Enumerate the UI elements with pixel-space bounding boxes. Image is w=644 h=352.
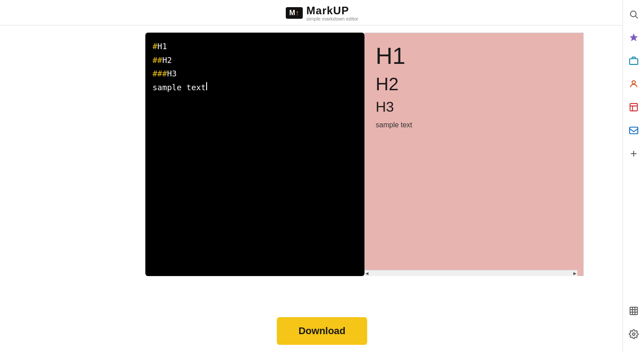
preview-p: sample text bbox=[376, 121, 564, 129]
settings-icon[interactable] bbox=[627, 327, 641, 341]
logo-box: M↑ bbox=[286, 7, 303, 19]
editor-h2-text: H2 bbox=[162, 54, 172, 67]
preview-h2: H2 bbox=[376, 73, 564, 95]
svg-rect-9 bbox=[630, 307, 637, 315]
logo-title: MarkUP bbox=[306, 4, 358, 17]
svg-point-14 bbox=[632, 333, 635, 335]
hash-h1: # bbox=[153, 40, 157, 54]
preview-pane: H1 H2 H3 sample text bbox=[364, 33, 584, 276]
logo-arrow: ↑ bbox=[296, 9, 300, 17]
editor-line-h3: ### H3 bbox=[153, 67, 357, 81]
outlook-icon[interactable] bbox=[627, 123, 641, 138]
svg-rect-6 bbox=[629, 127, 637, 134]
preview-wrapper: ▲ ▼ H1 H2 H3 sample text ◀ ▶ bbox=[364, 33, 584, 276]
editor-line-h1: # H1 bbox=[153, 40, 357, 54]
logo-text-group: MarkUP simple markdown editor bbox=[306, 4, 358, 21]
editor-line-h2: ## H2 bbox=[153, 54, 357, 67]
download-area: Download bbox=[0, 306, 644, 352]
logo-subtitle: simple markdown editor bbox=[306, 16, 358, 21]
svg-line-1 bbox=[636, 16, 638, 18]
briefcase-icon[interactable] bbox=[627, 54, 641, 68]
logo-container: M↑ MarkUP simple markdown editor bbox=[286, 4, 358, 21]
search-icon[interactable] bbox=[627, 7, 641, 21]
preview-h3: H3 bbox=[376, 98, 564, 115]
hash-h2: ## bbox=[153, 54, 162, 67]
editor-h3-text: H3 bbox=[167, 67, 177, 81]
office-icon[interactable] bbox=[627, 100, 641, 114]
editor-content[interactable]: # H1 ## H2 ### H3 sample text bbox=[153, 40, 357, 94]
svg-rect-5 bbox=[630, 104, 637, 111]
header: M↑ MarkUP simple markdown editor bbox=[0, 0, 644, 25]
sidebar-bottom-icons bbox=[627, 304, 641, 345]
preview-hscrollbar[interactable]: ◀ ▶ bbox=[364, 270, 577, 276]
editor-line-p: sample text bbox=[153, 81, 357, 95]
hash-h3: ### bbox=[153, 67, 167, 81]
table-icon[interactable] bbox=[627, 304, 641, 318]
star-icon[interactable] bbox=[627, 30, 641, 45]
preview-content: H1 H2 H3 sample text bbox=[376, 42, 572, 129]
svg-point-4 bbox=[632, 81, 635, 84]
hscroll-right-arrow[interactable]: ▶ bbox=[573, 271, 576, 276]
hscroll-left-arrow[interactable]: ◀ bbox=[365, 271, 369, 276]
editor-h1-text: H1 bbox=[157, 40, 167, 54]
editor-p-text: sample text bbox=[153, 81, 206, 95]
svg-point-0 bbox=[630, 11, 636, 17]
text-cursor bbox=[206, 82, 207, 90]
svg-rect-3 bbox=[629, 59, 637, 64]
person-icon[interactable] bbox=[627, 77, 641, 91]
svg-marker-2 bbox=[629, 34, 637, 41]
plus-icon[interactable] bbox=[627, 147, 641, 161]
preview-h1: H1 bbox=[376, 42, 564, 70]
editor-pane[interactable]: # H1 ## H2 ### H3 sample text bbox=[145, 33, 364, 276]
right-sidebar bbox=[623, 0, 644, 352]
main-content: # H1 ## H2 ### H3 sample text ▲ ▼ bbox=[0, 25, 644, 306]
download-button[interactable]: Download bbox=[277, 317, 367, 345]
